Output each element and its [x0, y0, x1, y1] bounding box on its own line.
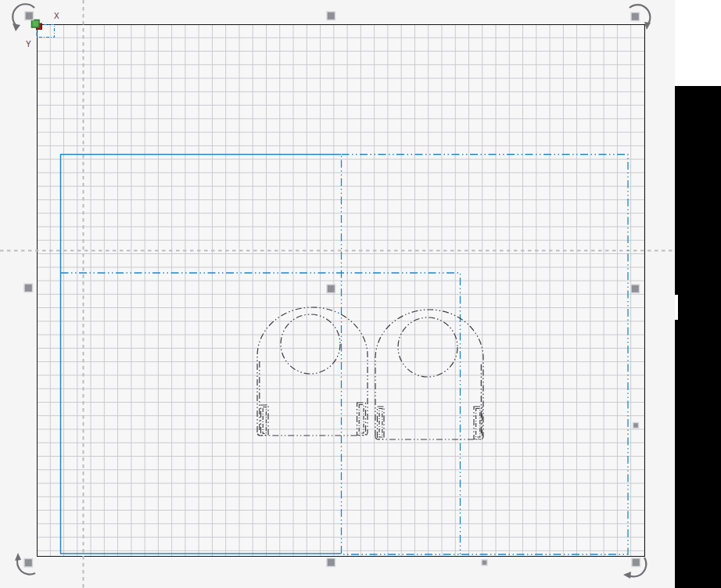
rotate-handle-square-bottom-left[interactable] — [24, 559, 33, 568]
sub-selection-handle-bottom[interactable] — [482, 560, 487, 565]
rotate-handle-square-top-left[interactable] — [25, 12, 34, 20]
background-window-white-strip — [675, 0, 721, 86]
axis-label-x: X — [54, 13, 59, 20]
rotate-handle-square-top-right[interactable] — [631, 13, 640, 21]
axis-label-y: Y — [26, 41, 31, 48]
resize-handle-bottom-center[interactable] — [327, 558, 335, 567]
background-window-black-panel — [675, 86, 721, 588]
rotate-handle-square-bottom-right[interactable] — [632, 558, 640, 567]
background-window-scroll-notch — [675, 295, 678, 320]
resize-handle-middle-left[interactable] — [24, 284, 33, 292]
rotate-arrow-top-right-icon[interactable] — [630, 5, 650, 25]
drawing-canvas[interactable] — [37, 24, 645, 557]
rotate-arrow-bottom-left-head — [15, 553, 21, 561]
rotate-arrow-top-right-head — [644, 22, 651, 30]
rotate-arrow-bottom-right-icon[interactable] — [627, 558, 646, 576]
resize-handle-top-center[interactable] — [327, 12, 335, 20]
rotate-arrow-bottom-right-head — [623, 572, 631, 579]
rotate-arrow-top-left-icon[interactable] — [13, 4, 34, 26]
cad-workspace: X Y — [0, 0, 721, 588]
rotate-arrow-bottom-left-icon[interactable] — [17, 558, 35, 575]
rotate-arrow-top-left-head — [13, 23, 20, 31]
